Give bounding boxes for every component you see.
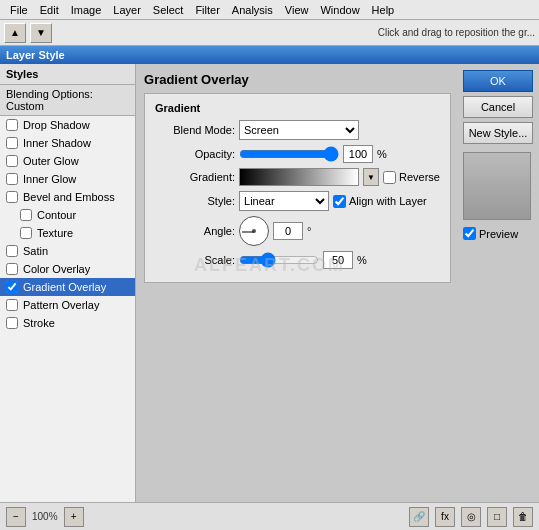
satin-checkbox[interactable] <box>6 245 18 257</box>
layer-option-gradient-overlay[interactable]: Gradient Overlay <box>0 278 135 296</box>
align-layer-text: Align with Layer <box>349 195 427 207</box>
preview-checkbox-label: Preview <box>463 227 518 240</box>
contour-checkbox[interactable] <box>20 209 32 221</box>
color-overlay-label: Color Overlay <box>23 263 90 275</box>
scale-slider[interactable] <box>239 252 319 268</box>
blending-options[interactable]: Blending Options: Custom <box>0 85 135 116</box>
menu-filter[interactable]: Filter <box>189 2 225 18</box>
opacity-label: Opacity: <box>155 148 235 160</box>
status-btn-chain[interactable]: 🔗 <box>409 507 429 527</box>
color-overlay-checkbox[interactable] <box>6 263 18 275</box>
layer-option-texture[interactable]: Texture <box>0 224 135 242</box>
preview-checkbox[interactable] <box>463 227 476 240</box>
ok-button[interactable]: OK <box>463 70 533 92</box>
gradient-overlay-checkbox[interactable] <box>6 281 18 293</box>
menu-analysis[interactable]: Analysis <box>226 2 279 18</box>
layer-option-satin[interactable]: Satin <box>0 242 135 260</box>
menu-edit[interactable]: Edit <box>34 2 65 18</box>
window-title-bar: Layer Style <box>0 46 539 64</box>
opacity-input[interactable] <box>343 145 373 163</box>
preview-box <box>463 152 531 220</box>
gradient-dropdown-btn[interactable]: ▼ <box>363 168 379 186</box>
inner-glow-checkbox[interactable] <box>6 173 18 185</box>
status-zoom-level: 100% <box>32 511 58 522</box>
opacity-slider[interactable] <box>239 146 339 162</box>
new-style-button[interactable]: New Style... <box>463 122 533 144</box>
bevel-emboss-checkbox[interactable] <box>6 191 18 203</box>
layer-option-contour[interactable]: Contour <box>0 206 135 224</box>
scale-row: Scale: % <box>155 251 440 269</box>
angle-input[interactable] <box>273 222 303 240</box>
layer-option-inner-glow[interactable]: Inner Glow <box>0 170 135 188</box>
window-title-text: Layer Style <box>6 49 65 61</box>
scale-percent: % <box>357 254 367 266</box>
align-layer-checkbox[interactable] <box>333 195 346 208</box>
inner-shadow-checkbox[interactable] <box>6 137 18 149</box>
status-zoom-out[interactable]: − <box>6 507 26 527</box>
menu-view[interactable]: View <box>279 2 315 18</box>
stroke-label: Stroke <box>23 317 55 329</box>
contour-label: Contour <box>37 209 76 221</box>
drop-shadow-checkbox[interactable] <box>6 119 18 131</box>
gradient-label: Gradient: <box>155 171 235 183</box>
menu-image[interactable]: Image <box>65 2 108 18</box>
reverse-checkbox[interactable] <box>383 171 396 184</box>
status-btn-trash[interactable]: 🗑 <box>513 507 533 527</box>
toolbar: ▲ ▼ Click and drag to reposition the gr.… <box>0 20 539 46</box>
stroke-checkbox[interactable] <box>6 317 18 329</box>
layer-option-pattern-overlay[interactable]: Pattern Overlay <box>0 296 135 314</box>
menu-layer[interactable]: Layer <box>107 2 147 18</box>
preview-inner <box>464 153 530 219</box>
main-layout: Styles Blending Options: Custom Drop Sha… <box>0 64 539 504</box>
status-btn-square[interactable]: □ <box>487 507 507 527</box>
gradient-box-title: Gradient <box>155 102 440 114</box>
gradient-row: Gradient: ▼ Reverse <box>155 168 440 186</box>
gradient-bar-container: ▼ <box>239 168 379 186</box>
cancel-button[interactable]: Cancel <box>463 96 533 118</box>
gradient-overlay-panel: Gradient Overlay Gradient Blend Mode: Sc… <box>136 64 459 504</box>
gradient-box: Gradient Blend Mode: Screen Normal Multi… <box>144 93 451 283</box>
drop-shadow-label: Drop Shadow <box>23 119 90 131</box>
side-buttons: OK Cancel New Style... Preview <box>459 64 539 504</box>
menubar: File Edit Image Layer Select Filter Anal… <box>0 0 539 20</box>
angle-label: Angle: <box>155 225 235 237</box>
bevel-emboss-label: Bevel and Emboss <box>23 191 115 203</box>
layer-option-outer-glow[interactable]: Outer Glow <box>0 152 135 170</box>
status-btn-circle[interactable]: ◎ <box>461 507 481 527</box>
menu-file[interactable]: File <box>4 2 34 18</box>
layer-option-inner-shadow[interactable]: Inner Shadow <box>0 134 135 152</box>
texture-checkbox[interactable] <box>20 227 32 239</box>
layer-option-stroke[interactable]: Stroke <box>0 314 135 332</box>
pattern-overlay-checkbox[interactable] <box>6 299 18 311</box>
style-select[interactable]: Linear Radial Angle Reflected Diamond <box>239 191 329 211</box>
left-panel: Styles Blending Options: Custom Drop Sha… <box>0 64 136 504</box>
right-content: Gradient Overlay Gradient Blend Mode: Sc… <box>136 64 539 504</box>
blend-mode-select[interactable]: Screen Normal Multiply Overlay <box>239 120 359 140</box>
gradient-bar[interactable] <box>239 168 359 186</box>
toolbar-arrow-btn[interactable]: ▼ <box>30 23 52 43</box>
outer-glow-checkbox[interactable] <box>6 155 18 167</box>
angle-dial[interactable] <box>239 216 269 246</box>
menu-help[interactable]: Help <box>366 2 401 18</box>
blend-mode-row: Blend Mode: Screen Normal Multiply Overl… <box>155 120 440 140</box>
section-title: Gradient Overlay <box>144 72 451 87</box>
blend-mode-label: Blend Mode: <box>155 124 235 136</box>
layer-option-drop-shadow[interactable]: Drop Shadow <box>0 116 135 134</box>
status-zoom-in[interactable]: + <box>64 507 84 527</box>
layer-option-color-overlay[interactable]: Color Overlay <box>0 260 135 278</box>
menu-select[interactable]: Select <box>147 2 190 18</box>
status-btn-fx[interactable]: fx <box>435 507 455 527</box>
opacity-percent: % <box>377 148 387 160</box>
menu-window[interactable]: Window <box>314 2 365 18</box>
toolbar-tool-btn[interactable]: ▲ <box>4 23 26 43</box>
inner-glow-label: Inner Glow <box>23 173 76 185</box>
scale-input[interactable] <box>323 251 353 269</box>
angle-row: Angle: ° <box>155 216 440 246</box>
outer-glow-label: Outer Glow <box>23 155 79 167</box>
styles-header: Styles <box>0 64 135 85</box>
style-label: Style: <box>155 195 235 207</box>
status-bar: − 100% + 🔗 fx ◎ □ 🗑 <box>0 502 539 530</box>
layer-option-bevel-emboss[interactable]: Bevel and Emboss <box>0 188 135 206</box>
style-row: Style: Linear Radial Angle Reflected Dia… <box>155 191 440 211</box>
inner-shadow-label: Inner Shadow <box>23 137 91 149</box>
